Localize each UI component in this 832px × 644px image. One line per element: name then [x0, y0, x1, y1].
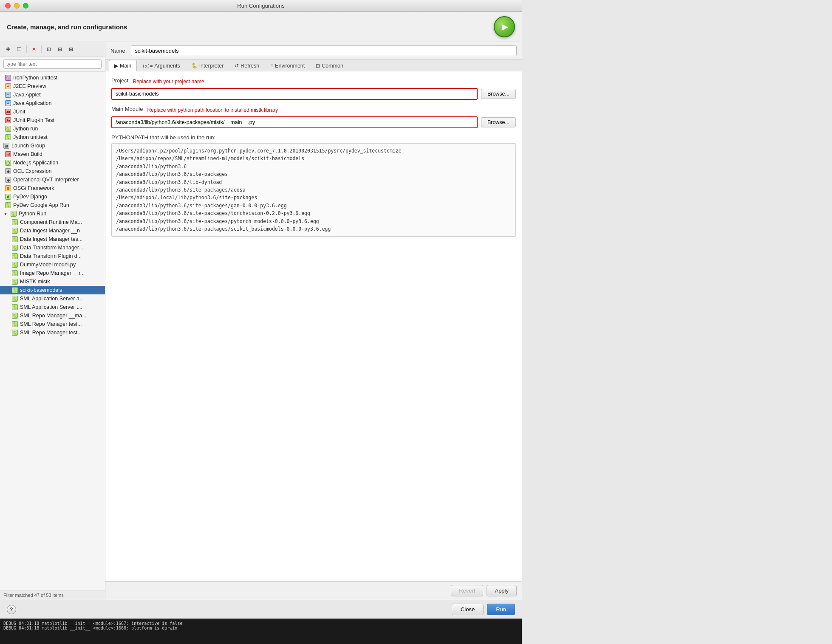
window-body: ✚ ❐ ✕ ⊡ ⊟ ⊞ 🐍 IronPython unittest	[0, 42, 522, 600]
project-input[interactable]	[111, 88, 478, 100]
sidebar-item-label: Jython run	[13, 126, 38, 132]
sidebar-item-operational-qvt[interactable]: ◈ Operational QVT Interpreter	[0, 175, 105, 184]
run-action-button[interactable]: Run	[487, 604, 515, 615]
expand-icon[interactable]: ⊞	[66, 45, 76, 54]
collapse-icon[interactable]: ⊟	[55, 45, 65, 54]
tab-environment[interactable]: ≡ Environment	[265, 60, 310, 71]
sidebar-item-scikit-basemodels[interactable]: 🐍 scikit-basemodels	[0, 286, 105, 294]
sidebar-item-python-run[interactable]: ▼ 🐍 Python Run	[0, 209, 105, 218]
sidebar-item-junit-plugin[interactable]: Ju JUnit Plug-in Test	[0, 116, 105, 124]
sidebar-item-pydev-django[interactable]: d PyDev Django	[0, 192, 105, 201]
sidebar-item-ocl[interactable]: ◈ OCL Expression	[0, 167, 105, 175]
sidebar-item-data-ingest-test[interactable]: 🐍 Data Ingest Manager tes...	[0, 235, 105, 243]
sidebar-footer: Filter matched 47 of 53 items	[0, 590, 105, 600]
tab-interpreter[interactable]: 🐍 Interpreter	[186, 60, 229, 71]
sml-app-server-2-icon: 🐍	[12, 304, 18, 310]
sidebar-item-ironpython-unittest[interactable]: 🐍 IronPython unittest	[0, 73, 105, 82]
tab-environment-label: Environment	[275, 63, 305, 69]
path-line-1: /Users/adipon/.p2/pool/plugins/org.pytho…	[116, 147, 511, 155]
sidebar-item-maven[interactable]: m2 Maven Build	[0, 150, 105, 158]
pythonpath-label: PYTHONPATH that will be used in the run:	[111, 134, 516, 141]
run-configurations-window: Create, manage, and run configurations ✚…	[0, 12, 522, 644]
duplicate-icon[interactable]: ❐	[14, 45, 24, 54]
sidebar-item-java-applet[interactable]: ☕ Java Applet	[0, 90, 105, 99]
jython-run-icon: 🐍	[5, 126, 11, 132]
sidebar-item-label: OCL Expression	[13, 168, 52, 174]
module-input[interactable]	[111, 116, 478, 128]
sidebar-item-osgi[interactable]: ⊕ OSGi Framework	[0, 184, 105, 192]
environment-tab-icon: ≡	[270, 63, 273, 69]
path-line-10: /anaconda3/lib/python3.6/site-packages/p…	[116, 217, 511, 225]
bottom-bar: Revert Apply	[105, 581, 522, 600]
new-config-icon[interactable]: ✚	[3, 45, 13, 54]
tab-common[interactable]: ⊡ Common	[310, 60, 349, 71]
sidebar-item-label: JUnit	[13, 109, 25, 115]
sidebar-item-label: Data Ingest Manager __n	[20, 228, 80, 234]
sidebar-item-sml-repo-test1[interactable]: 🐍 SML Repo Manager test...	[0, 320, 105, 328]
sidebar: ✚ ❐ ✕ ⊡ ⊟ ⊞ 🐍 IronPython unittest	[0, 42, 105, 600]
minimize-window-button[interactable]	[14, 3, 20, 8]
sidebar-item-sml-repo-test2[interactable]: 🐍 SML Repo Manager test...	[0, 328, 105, 337]
name-input[interactable]	[131, 45, 517, 56]
sidebar-item-data-transform-manager[interactable]: 🐍 Data Transform Manager...	[0, 243, 105, 252]
data-transform-mgr-icon: 🐍	[12, 245, 18, 251]
tab-arguments-label: Arguments	[154, 63, 180, 69]
help-button[interactable]: ?	[7, 605, 16, 614]
titlebar: Run Configurations	[0, 0, 522, 12]
sidebar-item-sml-repo-ma[interactable]: 🐍 SML Repo Manager __ma...	[0, 311, 105, 320]
python-run-icon: 🐍	[11, 211, 17, 217]
tree-toggle-python-run: ▼	[3, 212, 8, 216]
sidebar-item-java-app[interactable]: ☕ Java Application	[0, 99, 105, 107]
junit-icon: Ju	[5, 109, 11, 115]
module-browse-button[interactable]: Browse...	[481, 117, 516, 127]
main-content: Name: ▶ Main (x)= Arguments 🐍 Interprete…	[105, 42, 522, 600]
sidebar-item-label: Python Run	[19, 211, 46, 217]
image-repo-icon: 🐍	[12, 270, 18, 276]
filter-icon[interactable]: ⊡	[44, 45, 54, 54]
sidebar-item-pydev-google[interactable]: 🐍 PyDev Google App Run	[0, 201, 105, 209]
revert-button[interactable]: Revert	[451, 585, 483, 596]
run-header-button[interactable]	[494, 16, 515, 37]
sidebar-item-j2ee[interactable]: ☕ J2EE Preview	[0, 82, 105, 90]
arguments-tab-icon: (x)=	[142, 64, 153, 68]
sidebar-item-junit[interactable]: Ju JUnit	[0, 107, 105, 116]
sidebar-item-label: Data Transform Manager...	[20, 245, 83, 251]
sidebar-filter-area	[0, 57, 105, 72]
sidebar-item-jython-unittest[interactable]: 🐍 Jython unittest	[0, 133, 105, 141]
sidebar-item-label: SML Application Server t...	[20, 304, 82, 310]
project-label: Project	[111, 77, 128, 84]
tab-refresh[interactable]: ↺ Refresh	[229, 60, 265, 71]
project-browse-button[interactable]: Browse...	[481, 89, 516, 99]
jython-unittest-icon: 🐍	[5, 134, 11, 140]
sidebar-item-nodejs[interactable]: ⬡ Node.js Application	[0, 158, 105, 167]
interpreter-tab-icon: 🐍	[191, 63, 198, 69]
project-input-row: Browse...	[111, 88, 516, 100]
sidebar-item-label: SML Application Server a...	[20, 296, 84, 302]
window-controls	[5, 3, 28, 8]
sidebar-item-sml-app-server-1[interactable]: 🐍 SML Application Server a...	[0, 294, 105, 303]
search-input[interactable]	[3, 59, 102, 69]
common-tab-icon: ⊡	[316, 63, 320, 69]
delete-icon[interactable]: ✕	[29, 45, 39, 54]
tab-main[interactable]: ▶ Main	[109, 60, 137, 71]
sidebar-item-data-ingest-n[interactable]: 🐍 Data Ingest Manager __n	[0, 226, 105, 235]
close-window-button[interactable]	[5, 3, 11, 8]
sidebar-item-component-runtime[interactable]: 🐍 Component Runtime Ma...	[0, 218, 105, 226]
sidebar-item-jython-run[interactable]: 🐍 Jython run	[0, 124, 105, 133]
project-hint: Replace with your project name	[133, 79, 204, 85]
close-button[interactable]: Close	[452, 604, 484, 615]
sidebar-item-launch-group[interactable]: ⊞ Launch Group	[0, 141, 105, 150]
data-ingest-test-icon: 🐍	[12, 236, 18, 242]
sidebar-item-mistk[interactable]: 🐍 MISTK mistk	[0, 277, 105, 286]
sidebar-item-dummymodel[interactable]: 🐍 DummyModel model.py	[0, 260, 105, 269]
tab-arguments[interactable]: (x)= Arguments	[137, 60, 186, 71]
sidebar-item-image-repo[interactable]: 🐍 Image Repo Manager __r...	[0, 269, 105, 277]
component-runtime-icon: 🐍	[12, 219, 18, 225]
sidebar-item-sml-app-server-2[interactable]: 🐍 SML Application Server t...	[0, 303, 105, 311]
apply-button[interactable]: Apply	[487, 585, 517, 596]
scikit-basemodels-icon: 🐍	[12, 287, 18, 293]
sidebar-item-data-transform-plugin[interactable]: 🐍 Data Transform Plugin d...	[0, 252, 105, 260]
django-icon: d	[5, 194, 11, 200]
maximize-window-button[interactable]	[23, 3, 28, 8]
launch-group-icon: ⊞	[3, 143, 9, 149]
